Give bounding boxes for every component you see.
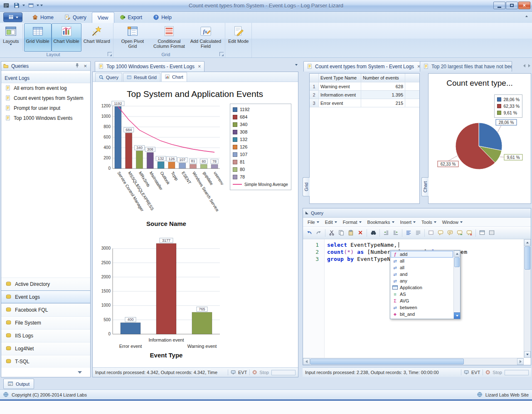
tab-list-dropdown-icon[interactable] (295, 64, 298, 66)
ribbon-button-conditional-column-format[interactable]: Conditional Column Format (151, 23, 187, 52)
ribbon-button-layouts[interactable]: Layouts (1, 23, 21, 52)
ribbon-button-grid-visible[interactable]: Grid Visible (24, 23, 52, 52)
autocomplete-item-add[interactable]: add (391, 251, 453, 258)
maximize-button[interactable] (506, 2, 518, 9)
scroll-thumb[interactable] (454, 257, 460, 267)
output-tab[interactable]: Output (3, 379, 34, 389)
vscroll-thumb[interactable] (525, 246, 530, 270)
app-menu-icon[interactable] (2, 1, 11, 10)
stop-button[interactable]: Stop (485, 370, 502, 375)
website-link[interactable]: Lizard Labs Web Site (485, 392, 529, 397)
menu-format[interactable]: Format (340, 218, 365, 227)
autocomplete-item-application[interactable]: Application (391, 284, 453, 291)
bubble2-icon[interactable] (446, 228, 455, 238)
cut-icon[interactable] (327, 228, 336, 238)
ribbon-button-chart-wizard[interactable]: Chart Wizard (81, 23, 112, 52)
minimize-button[interactable] (493, 2, 505, 9)
sidebar-item-file-system[interactable]: File System (1, 316, 90, 329)
dialog-launcher-icon[interactable] (108, 52, 112, 56)
box-icon[interactable] (426, 228, 436, 238)
sidebar-item-t-sql[interactable]: T-SQL (1, 355, 90, 368)
lines2-icon[interactable] (414, 228, 423, 238)
copy-icon[interactable] (337, 228, 346, 238)
minimize-ribbon-icon[interactable] (525, 15, 528, 17)
sidebar-item-log4net[interactable]: Log4Net (1, 342, 90, 355)
scroll-left-icon[interactable] (523, 64, 525, 67)
table-row[interactable]: 1Warning event628 (310, 82, 419, 91)
bubblex-icon[interactable] (465, 228, 474, 238)
ribbon-tab-home[interactable]: Home (27, 12, 59, 23)
grid-column-header[interactable]: Event Type Name (319, 74, 361, 82)
query-item[interactable]: Top 1000 Windows Events (1, 113, 90, 123)
find-icon[interactable] (369, 228, 378, 238)
menu-edit[interactable]: Edit (322, 218, 340, 227)
tab-count-event-types[interactable]: Count event types from System - Event Lo… (303, 61, 424, 72)
autocomplete-item-all[interactable]: all (391, 258, 453, 264)
sidebar-item-iis-logs[interactable]: IIS Logs (1, 329, 90, 342)
table-row[interactable]: 2Information event1.395 (310, 91, 419, 99)
bubble3-icon[interactable] (455, 228, 464, 238)
category-collapse-row[interactable] (1, 368, 90, 377)
autocomplete-scrollbar[interactable] (453, 250, 460, 319)
subtab-result-grid[interactable]: Result Grid (123, 73, 160, 82)
query-item[interactable]: All errors from event log (1, 83, 90, 93)
subtab-chart[interactable]: Chart (161, 72, 187, 82)
layout-dropdown-icon[interactable] (37, 5, 39, 6)
query-panel-header[interactable]: Query (303, 208, 531, 218)
dialog-launcher-icon[interactable] (219, 52, 224, 56)
menu-insert[interactable]: Insert (397, 218, 419, 227)
bubble-icon[interactable] (436, 228, 445, 238)
ribbon-button-add-calculated-field[interactable]: fxAdd Calculated Field (187, 23, 224, 52)
vscroll-up-icon[interactable] (524, 239, 531, 246)
scroll-right-icon[interactable] (528, 64, 530, 67)
autocomplete-item-bit_and[interactable]: bit_and (391, 311, 453, 317)
side-tab-chart[interactable]: Chart (421, 177, 429, 196)
sidebar-item-active-directory[interactable]: Active Directory (1, 278, 90, 290)
sidebar-item-event-logs[interactable]: Event Logs (1, 290, 90, 303)
autocomplete-item-as[interactable]: AS (391, 291, 453, 297)
lines-icon[interactable] (404, 228, 413, 238)
application-button[interactable] (3, 12, 22, 22)
undo-icon[interactable] (305, 228, 314, 238)
ribbon-tab-help[interactable]: ?Help (148, 12, 177, 23)
menu-bookmarks[interactable]: Bookmarks (365, 218, 397, 227)
window-layout-icon[interactable] (26, 1, 35, 10)
close-panel-icon[interactable]: × (82, 63, 88, 69)
paste-icon[interactable] (346, 228, 355, 238)
editor-vscrollbar[interactable] (524, 239, 531, 358)
autocomplete-item-all[interactable]: all (391, 264, 453, 271)
ribbon-button-edit-mode[interactable]: Edit Mode (226, 23, 251, 52)
frame2-icon[interactable] (487, 228, 496, 238)
indent-icon[interactable] (391, 228, 400, 238)
autocomplete-item-avg[interactable]: AVG (391, 297, 453, 304)
autocomplete-item-any[interactable]: any (391, 278, 453, 284)
stop-button[interactable]: Stop (252, 370, 269, 375)
qat-more-icon[interactable] (40, 5, 43, 6)
scroll-down-icon[interactable] (454, 312, 460, 319)
menu-file[interactable]: File (305, 218, 322, 227)
pin-icon[interactable] (75, 63, 80, 69)
ribbon-tab-export[interactable]: Export (114, 12, 148, 23)
autocomplete-item-and[interactable]: and (391, 271, 453, 278)
ribbon-tab-query[interactable]: Query (59, 12, 92, 23)
query-group-header[interactable]: Event Logs (1, 73, 90, 83)
ribbon-button-chart-visible[interactable]: Chart Visible (52, 23, 81, 52)
frame-icon[interactable] (478, 228, 487, 238)
menu-tools[interactable]: Tools (419, 218, 439, 227)
grid-column-header[interactable]: Number of events (361, 74, 405, 82)
sidebar-item-facebook-fql[interactable]: Facebook FQL (1, 303, 90, 316)
close-button[interactable]: × (518, 2, 530, 9)
delete-icon[interactable] (356, 228, 365, 238)
sql-editor[interactable]: 1select EventTypeName,2count(*) as [Numb… (303, 239, 531, 365)
close-tab-icon[interactable]: × (197, 64, 201, 69)
query-item[interactable]: Prompt for user input (1, 103, 90, 113)
outdent-icon[interactable] (382, 228, 391, 238)
ribbon-button-open-pivot-grid[interactable]: Open Pivot Grid (114, 23, 151, 52)
side-tab-grid[interactable]: Grid (303, 177, 310, 196)
query-item[interactable]: Count event types from System (1, 93, 90, 103)
hscroll-left-icon[interactable] (303, 358, 310, 365)
menu-window[interactable]: Window (439, 218, 466, 227)
table-row[interactable]: 3Error event215 (310, 99, 419, 107)
hscroll-right-icon[interactable] (517, 358, 524, 365)
tab-top-1000-windows-events[interactable]: Top 1000 Windows Events - Event Logs × (95, 61, 204, 72)
